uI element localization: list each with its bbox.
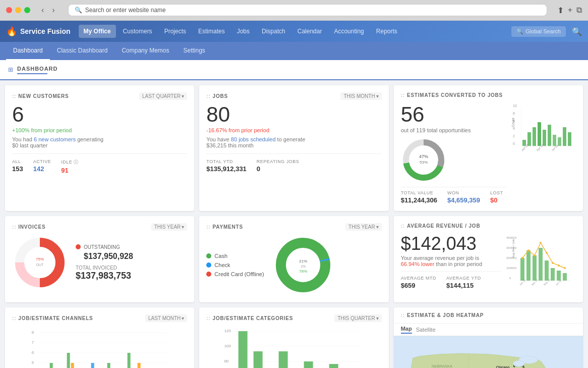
stat-value: $144,115: [446, 282, 481, 289]
browser-chrome: ‹ › 🔍 Search or enter website name ⬆ + ⧉: [0, 0, 588, 21]
nav-projects[interactable]: Projects: [159, 25, 191, 38]
nav-calendar[interactable]: Calendar: [292, 25, 327, 38]
stat-value: $11,244,306: [401, 196, 437, 204]
subnav-dashboard[interactable]: Dashboard: [6, 42, 50, 60]
stat-idle: IDLE ⓘ 91: [61, 159, 79, 174]
address-bar[interactable]: 🔍 Search or enter website name: [68, 4, 547, 16]
desc-link[interactable]: 6 new customers: [34, 136, 77, 142]
satellite-tab[interactable]: Satellite: [416, 327, 436, 333]
categories-bar-chart: 120 100 80 60 40: [206, 326, 381, 368]
nav-reports[interactable]: Reports: [371, 25, 402, 38]
payments-legend: Cash Check Credit Card (Offline): [206, 253, 267, 277]
period-selector[interactable]: THIS MONTH ▾: [340, 92, 381, 100]
svg-text:21%: 21%: [299, 259, 307, 264]
back-button[interactable]: ‹: [38, 5, 47, 16]
svg-text:8: 8: [32, 330, 34, 335]
svg-text:1%: 1%: [301, 265, 306, 268]
card-title: JOB/ESTIMATE CHANNELS: [12, 316, 93, 321]
stats-row: TOTAL YTD $135,912,331 REPEATING JOBS 0: [206, 153, 381, 173]
logo-icon: 🔥: [6, 26, 17, 37]
global-search-text: Global Search: [525, 28, 561, 34]
search-icon-header[interactable]: 🔍: [572, 27, 582, 36]
svg-rect-47: [539, 248, 543, 281]
period-selector[interactable]: THIS YEAR ▾: [151, 223, 188, 231]
subnav-company-memos[interactable]: Company Memos: [114, 42, 176, 60]
svg-text:75%: 75%: [36, 257, 44, 261]
nav-accounting[interactable]: Accounting: [329, 25, 369, 38]
svg-rect-51: [563, 273, 567, 281]
period-selector[interactable]: LAST MONTH ▾: [145, 314, 187, 322]
chevron-down-icon: ▾: [376, 224, 379, 230]
donut-chart: 47% 53%: [401, 137, 446, 183]
outstanding-dot: [76, 244, 81, 249]
close-button[interactable]: [6, 7, 12, 13]
svg-rect-48: [545, 260, 549, 281]
svg-rect-49: [551, 268, 555, 281]
nav-customers[interactable]: Customers: [118, 25, 157, 38]
svg-point-54: [534, 254, 536, 256]
jobs-amount: $36,215 this month: [206, 142, 254, 148]
change-indicator: +100% from prior period: [12, 127, 187, 133]
tabs-button[interactable]: ⧉: [576, 6, 582, 15]
period-selector[interactable]: THIS QUARTER ▾: [334, 314, 381, 322]
card-title: INVOICES: [12, 224, 45, 230]
big-number: 80: [206, 104, 381, 125]
nav-estimates[interactable]: Estimates: [193, 25, 230, 38]
big-number: 56: [401, 104, 506, 125]
stat-label: AVERAGE MTD: [401, 276, 436, 281]
chevron-down-icon: ▾: [182, 93, 184, 99]
global-search[interactable]: 🔍 Global Search: [511, 26, 566, 37]
estimates-bar-chart: 10 8 6 4 2 0: [510, 102, 576, 168]
period-label: LAST MONTH: [148, 316, 181, 321]
period-selector[interactable]: THIS YEAR ▾: [345, 223, 382, 231]
minimize-button[interactable]: [15, 7, 21, 13]
svg-rect-120: [279, 351, 288, 368]
stat-label: WON: [447, 190, 480, 195]
svg-text:120: 120: [224, 329, 231, 333]
revenue-description: Your average revenue per job is 66.94% l…: [401, 255, 501, 267]
card-header: PAYMENTS THIS YEAR ▾: [206, 223, 381, 231]
svg-text:47%: 47%: [419, 154, 428, 159]
maximize-button[interactable]: [24, 7, 30, 13]
app-header: 🔥 Service Fusion My Office Customers Pro…: [0, 21, 588, 60]
svg-text:2: 2: [513, 134, 515, 138]
browser-titlebar: ‹ › 🔍 Search or enter website name ⬆ + ⧉: [0, 0, 588, 20]
title-underline: [17, 73, 47, 74]
estimates-card: ESTIMATES CONVERTED TO JOBS 56 out of 11…: [394, 85, 583, 211]
change-indicator: -16.67% from prior period: [206, 127, 381, 133]
period-selector[interactable]: LAST QUARTER ▾: [139, 92, 187, 100]
logo-text: Service Fusion: [20, 27, 71, 35]
nav-dispatch[interactable]: Dispatch: [257, 25, 290, 38]
card-title: JOB/ESTIMATE CATEGORIES: [206, 316, 293, 321]
svg-point-59: [564, 267, 566, 269]
payments-card: PAYMENTS THIS YEAR ▾ Cash Check Credit C…: [199, 216, 388, 302]
svg-text:Avg Rev / Job: Avg Rev / Job: [512, 239, 515, 258]
map-svg: NEBRASKA IOWA ILLINOIS MICHIGAN OHIO IND…: [394, 336, 583, 368]
subnav-settings[interactable]: Settings: [176, 42, 212, 60]
svg-rect-17: [548, 125, 551, 146]
nav-my-office[interactable]: My Office: [79, 25, 116, 38]
desc-text-2: generating: [77, 136, 103, 142]
big-number: $142,043: [401, 235, 501, 253]
forward-button[interactable]: ›: [49, 5, 57, 16]
share-button[interactable]: ⬆: [557, 6, 564, 15]
subnav-classic-dashboard[interactable]: Classic Dashboard: [50, 42, 115, 60]
card-header: JOB/ESTIMATE CATEGORIES THIS QUARTER ▾: [206, 314, 381, 322]
check-dot: [206, 262, 211, 268]
card-header: AVERAGE REVENUE / JOB: [401, 223, 576, 229]
cash-label: Cash: [214, 253, 227, 259]
new-customers-card: NEW CUSTOMERS LAST QUARTER ▾ 6 +100% fro…: [5, 85, 194, 211]
map-tab[interactable]: Map: [401, 326, 412, 334]
svg-rect-98: [128, 353, 131, 368]
svg-text:6: 6: [32, 350, 34, 355]
nav-jobs[interactable]: Jobs: [232, 25, 255, 38]
svg-rect-45: [526, 250, 531, 281]
browser-actions: ⬆ + ⧉: [557, 6, 582, 15]
jobs-link[interactable]: 80 jobs scheduled: [231, 136, 276, 142]
svg-rect-14: [533, 127, 536, 146]
search-icon: 🔍: [75, 7, 82, 14]
chevron-down-icon: ▾: [376, 93, 379, 99]
new-tab-button[interactable]: +: [568, 6, 572, 15]
svg-text:7: 7: [32, 340, 34, 345]
search-icon: 🔍: [516, 28, 523, 35]
